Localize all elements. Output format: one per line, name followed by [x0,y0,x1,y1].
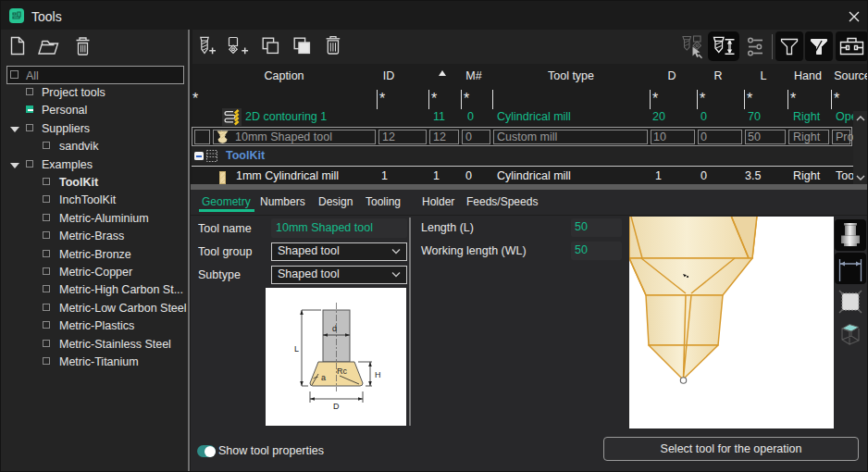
svg-text:D: D [333,402,340,411]
svg-text:H: H [375,370,381,379]
svg-text:a: a [321,373,326,382]
svg-text:d: d [332,324,337,333]
svg-text:Rc: Rc [337,366,347,376]
svg-text:L: L [294,344,299,354]
